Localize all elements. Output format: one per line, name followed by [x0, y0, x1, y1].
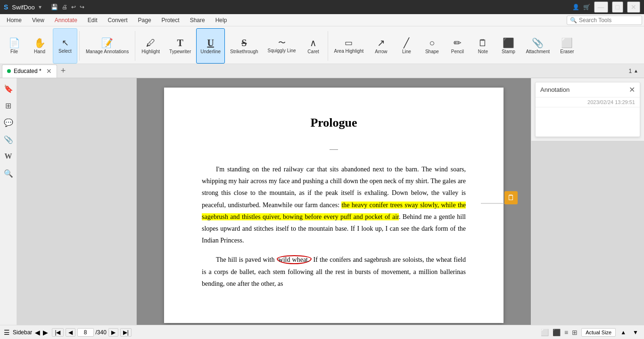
tab-close-icon[interactable]: ✕ — [46, 67, 52, 75]
prev-page-button[interactable]: ◀ — [66, 328, 75, 337]
sidebar-next-icon[interactable]: ▶ — [43, 329, 48, 336]
tool-strikethrough[interactable]: S Strikethrough — [226, 28, 262, 64]
tab-educated[interactable]: Educated * ✕ — [2, 65, 57, 78]
page-navigation: |◀ ◀ /340 ▶ ▶| — [52, 328, 132, 337]
status-left: ☰ Sidebar ◀ ▶ — [4, 329, 48, 336]
current-page-input[interactable] — [77, 328, 94, 337]
tool-shape[interactable]: ○ Shape — [420, 28, 444, 64]
toolbar-divider-3 — [328, 31, 328, 61]
menu-annotate[interactable]: Annotate — [50, 15, 82, 25]
menu-view[interactable]: View — [27, 15, 49, 25]
view-double-icon[interactable]: ⬛ — [552, 328, 561, 337]
last-page-button[interactable]: ▶| — [120, 328, 132, 337]
paragraph2-before-circle: The hill is paved with — [216, 256, 277, 263]
view-continuous-icon[interactable]: ≡ — [563, 328, 569, 337]
add-tab-button[interactable]: + — [58, 66, 69, 76]
menu-help[interactable]: Help — [211, 15, 232, 25]
minimize-button[interactable]: — — [594, 1, 608, 13]
tool-caret[interactable]: ∧ Caret — [301, 28, 326, 64]
arrow-icon: ↗ — [377, 38, 385, 48]
menu-edit[interactable]: Edit — [83, 15, 102, 25]
title-bar-right: 👤 🛒 — □ ✕ — [572, 1, 640, 13]
view-grid-icon[interactable]: ⊞ — [571, 328, 578, 337]
tool-arrow[interactable]: ↗ Arrow — [369, 28, 393, 64]
pdf-page: Prologue — I'm standing on the red railw… — [164, 88, 504, 323]
tool-note[interactable]: 🗒 Note — [471, 28, 495, 64]
tool-area-highlight[interactable]: ▭ Area Highlight — [330, 28, 368, 64]
menu-home[interactable]: Home — [2, 15, 26, 25]
menu-convert[interactable]: Convert — [103, 15, 132, 25]
menu-page[interactable]: Page — [133, 15, 156, 25]
manage-annotations-icon: 📝 — [101, 38, 113, 48]
tab-modified-dot — [7, 69, 11, 73]
zoom-in-button[interactable]: ▲ — [619, 329, 628, 336]
tool-highlight[interactable]: 🖊 Highlight — [137, 28, 164, 64]
pdf-area: Prologue — I'm standing on the red railw… — [137, 78, 531, 325]
first-page-button[interactable]: |◀ — [52, 328, 63, 337]
view-single-icon[interactable]: ⬜ — [540, 328, 550, 337]
right-panel-gray-area — [531, 141, 644, 325]
panel-search[interactable]: 🔍 — [2, 167, 15, 180]
note-sticky-icon: 🗒 — [507, 194, 515, 202]
annotation-connector-line — [481, 203, 504, 204]
annotation-date: 2023/02/24 13:29:51 — [536, 97, 640, 107]
tool-squiggly-line[interactable]: 〜 Squiggly Line — [264, 28, 300, 64]
stamp-icon: ⬛ — [503, 38, 514, 48]
tool-hand[interactable]: ✋ Hand — [27, 28, 52, 64]
search-menu-icon: 🔍 — [570, 17, 577, 24]
tool-line[interactable]: ╱ Line — [394, 28, 419, 64]
annotation-header: Annotation ✕ — [536, 82, 640, 97]
tool-file[interactable]: 📄 File — [2, 28, 26, 64]
user-icon[interactable]: 👤 — [572, 4, 579, 10]
sidebar-prev-icon[interactable]: ◀ — [35, 329, 40, 336]
search-tools-input[interactable] — [579, 17, 636, 24]
menu-share[interactable]: Share — [185, 15, 210, 25]
maximize-button[interactable]: □ — [612, 1, 623, 13]
tab-bar: Educated * ✕ + 1 ▲ — [0, 64, 644, 78]
panel-bookmark[interactable]: 🔖 — [2, 82, 15, 95]
tool-underline[interactable]: U Underline — [196, 28, 225, 64]
panel-thumbnails[interactable]: ⊞ — [2, 99, 15, 112]
title-bar-left: S SwifDoo ▾ 💾 🖨 ↩ ↪ — [4, 3, 84, 11]
strikethrough-icon: S — [241, 38, 247, 48]
panel-attachments[interactable]: 📎 — [2, 133, 15, 146]
tab-label: Educated * — [14, 68, 41, 74]
scroll-up-icon[interactable]: ▲ — [634, 68, 638, 73]
print-icon[interactable]: 🖨 — [62, 4, 67, 10]
area-highlight-icon: ▭ — [345, 39, 353, 47]
tool-typewriter[interactable]: T Typewriter — [165, 28, 195, 64]
menu-bar: Home View Annotate Edit Convert Page Pro… — [0, 14, 644, 26]
redo-icon[interactable]: ↪ — [80, 4, 84, 10]
paragraph2-circled: wild wheat. — [277, 255, 312, 264]
sidebar-toggle-icon[interactable]: ☰ — [4, 329, 10, 336]
tool-select[interactable]: ↖ Select — [53, 28, 77, 64]
zoom-out-button[interactable]: ▼ — [631, 329, 640, 336]
tool-pencil[interactable]: ✏ Pencil — [445, 28, 470, 64]
typewriter-icon: T — [177, 38, 183, 48]
tool-manage-annotations[interactable]: 📝 Manage Annotations — [82, 28, 133, 64]
panel-comments[interactable]: 💬 — [2, 116, 15, 129]
pdf-paragraph-2: The hill is paved with wild wheat. If th… — [202, 254, 466, 290]
app-dropdown-icon[interactable]: ▾ — [39, 4, 41, 10]
hand-icon: ✋ — [34, 38, 46, 48]
annotation-close-button[interactable]: ✕ — [629, 85, 635, 94]
next-page-button[interactable]: ▶ — [108, 328, 118, 337]
underline-icon: U — [207, 38, 214, 48]
pdf-paragraph-1: I'm standing on the red railway car that… — [202, 163, 466, 246]
undo-icon[interactable]: ↩ — [71, 4, 76, 10]
panel-word[interactable]: W — [2, 150, 15, 163]
tool-stamp[interactable]: ⬛ Stamp — [496, 28, 520, 64]
page-total: /340 — [96, 329, 107, 336]
menu-protect[interactable]: Protect — [157, 15, 184, 25]
cart-icon[interactable]: 🛒 — [583, 4, 590, 10]
close-button[interactable]: ✕ — [627, 1, 640, 13]
thumbnail-panel — [17, 78, 137, 325]
tool-eraser[interactable]: ⬜ Eraser — [555, 28, 579, 64]
actual-size-button[interactable]: Actual Size — [581, 328, 616, 337]
tool-attachment[interactable]: 📎 Attachment — [521, 28, 554, 64]
annotation-text-input[interactable] — [536, 107, 640, 135]
annotation-note-icon[interactable]: 🗒 — [504, 191, 518, 204]
toolbar: 📄 File ✋ Hand ↖ Select 📝 Manage Annotati… — [0, 26, 644, 64]
save-icon[interactable]: 💾 — [51, 4, 58, 10]
search-tools-area: 🔍 — [567, 16, 642, 25]
